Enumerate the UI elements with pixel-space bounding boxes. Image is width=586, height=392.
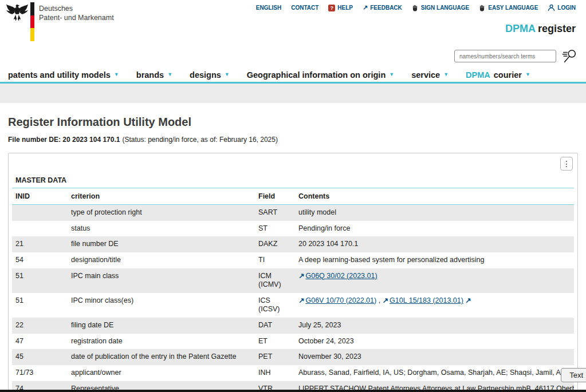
contents-text: A deep learning-based system for persona… (298, 256, 485, 264)
cell-inid: 51 (12, 293, 68, 318)
top-links: ENGLISHCONTACT?HELP↗FEEDBACKSIGN LANGUAG… (256, 4, 576, 11)
top-link-sign-language[interactable]: SIGN LANGUAGE (412, 5, 469, 11)
table-row: 22filing date DEDATJuly 25, 2023 (12, 318, 574, 334)
column-header-field: Field (255, 188, 295, 205)
cell-inid (12, 205, 68, 221)
external-link-icon: ↗ (383, 296, 388, 304)
contents-text: July 25, 2023 (298, 321, 341, 329)
top-link-label: ENGLISH (256, 5, 281, 11)
dpma-register-page: Deutsches Patent- und Markenamt ENGLISHC… (0, 0, 586, 392)
logo-text: Deutsches Patent- und Markenamt (39, 2, 114, 23)
cell-contents: Pending/in force (295, 221, 574, 237)
nav-item-service[interactable]: service▼ (411, 70, 449, 80)
dpma-logo[interactable]: Deutsches Patent- und Markenamt (6, 2, 114, 41)
top-link-contact[interactable]: CONTACT (291, 5, 318, 11)
nav-item-courier[interactable]: DPMAcourier▼ (466, 70, 530, 80)
nav-item-prefix: DPMA (466, 70, 490, 80)
master-data-table: MASTER DATA INIDcriterionFieldContents t… (8, 153, 578, 392)
ipc-classification-link[interactable]: G06Q 30/02 (2023.01) (305, 272, 377, 280)
search-button[interactable] (562, 48, 578, 64)
table-row: 45date of publication of the entry in th… (12, 349, 574, 365)
cell-criterion: date of publication of the entry in the … (68, 349, 255, 365)
cell-criterion: filing date DE (68, 318, 255, 334)
table-menu-button[interactable] (560, 157, 573, 171)
cell-contents: ↗G06Q 30/02 (2023.01) (295, 268, 574, 293)
cell-inid: 71/73 (12, 365, 68, 381)
app-brand: DPMAregister (505, 23, 576, 35)
cell-criterion: file number DE (68, 236, 255, 252)
cell-contents: utility model (295, 205, 574, 221)
table-row: 71/73applicant/ownerINHAburass, Sanad, F… (12, 365, 574, 381)
external-link-icon: ↗ (298, 272, 304, 280)
master-data-body: type of protection rightSARTutility mode… (12, 205, 574, 392)
file-status: (Status: pending/in force, as of: Februa… (122, 136, 278, 144)
cell-field: ICS(ICSV) (255, 293, 295, 318)
nav-item-label: service (411, 70, 440, 80)
page-title: Register Information Utility Model (8, 116, 578, 129)
magnifier-icon (562, 48, 578, 64)
nav-item-geographical-information-on-origin[interactable]: Geographical information on origin▼ (247, 70, 394, 80)
ipc-classification-link[interactable]: G10L 15/183 (2013.01) (390, 296, 463, 304)
login-icon (548, 4, 555, 11)
chevron-down-icon: ▼ (225, 72, 230, 77)
chevron-down-icon: ▼ (114, 72, 119, 77)
cell-contents: Aburass, Sanad, Fairfield, IA, US; Dorgh… (295, 365, 574, 381)
cell-criterion: IPC minor class(es) (68, 293, 255, 318)
column-header-inid: INID (12, 188, 68, 205)
brand-register: register (538, 23, 576, 34)
top-link-help[interactable]: ?HELP (328, 5, 353, 11)
external-link-icon: ↗ (363, 4, 368, 11)
chevron-down-icon: ▼ (389, 72, 394, 77)
top-link-label: SIGN LANGUAGE (421, 5, 469, 11)
top-link-feedback[interactable]: ↗FEEDBACK (363, 4, 402, 11)
easy-language-icon (479, 5, 486, 11)
nav-item-patents-and-utility-models[interactable]: patents and utility models▼ (8, 70, 119, 80)
search-input[interactable] (454, 50, 556, 62)
cell-contents: A deep learning-based system for persona… (295, 252, 574, 268)
master-data-grid: MASTER DATA INIDcriterionFieldContents t… (12, 173, 574, 392)
table-row: 47registration dateETOctober 24, 2023 (12, 334, 574, 350)
top-link-label: FEEDBACK (370, 5, 402, 11)
top-link-login[interactable]: LOGIN (548, 4, 576, 11)
file-number: File number DE: 20 2023 104 170.1 (8, 136, 120, 144)
nav-item-label: patents and utility models (8, 70, 111, 80)
bottom-bar (0, 390, 586, 392)
table-row: type of protection rightSARTutility mode… (12, 205, 574, 221)
content: Register Information Utility Model File … (0, 103, 586, 392)
cell-inid: 45 (12, 349, 68, 365)
cell-criterion: type of protection right (68, 205, 255, 221)
cell-contents: July 25, 2023 (295, 318, 574, 334)
text-button[interactable]: Text (561, 368, 586, 382)
top-link-easy-language[interactable]: EASY LANGUAGE (479, 5, 538, 11)
top-link-english[interactable]: ENGLISH (256, 5, 281, 11)
table-row: statusSTPending/in force (12, 221, 574, 237)
header: Deutsches Patent- und Markenamt ENGLISHC… (0, 0, 586, 68)
cell-field: ET (255, 334, 295, 350)
contents-text: October 24, 2023 (298, 337, 354, 345)
cell-field: PET (255, 349, 295, 365)
contents-text: Pending/in force (298, 224, 350, 232)
cell-inid: 51 (12, 268, 68, 293)
nav-item-label: designs (190, 70, 221, 80)
cell-field: TI (255, 252, 295, 268)
cell-inid: 21 (12, 236, 68, 252)
cell-contents: ↗G06V 10/70 (2022.01) , ↗G10L 15/183 (20… (295, 293, 574, 318)
nav-item-brands[interactable]: brands▼ (136, 70, 172, 80)
cell-field: ST (255, 221, 295, 237)
cell-criterion: status (68, 221, 255, 237)
cell-criterion: designation/title (68, 252, 255, 268)
contents-text: 20 2023 104 170.1 (298, 240, 358, 248)
table-row: 21file number DEDAKZ20 2023 104 170.1 (12, 236, 574, 252)
contents-text: , (376, 296, 382, 304)
ipc-classification-link[interactable]: G06V 10/70 (2022.01) (305, 296, 376, 304)
cell-inid (12, 221, 68, 237)
contents-text: utility model (298, 208, 336, 216)
federal-eagle-icon (6, 2, 29, 24)
column-header-criterion: criterion (68, 188, 255, 205)
nav-item-designs[interactable]: designs▼ (190, 70, 230, 80)
contents-text: November 30, 2023 (298, 353, 361, 361)
cell-field: ICM(ICMV) (255, 268, 295, 293)
chevron-down-icon: ▼ (443, 72, 449, 77)
table-row: 54designation/titleTIA deep learning-bas… (12, 252, 574, 268)
cell-field: SART (255, 205, 295, 221)
